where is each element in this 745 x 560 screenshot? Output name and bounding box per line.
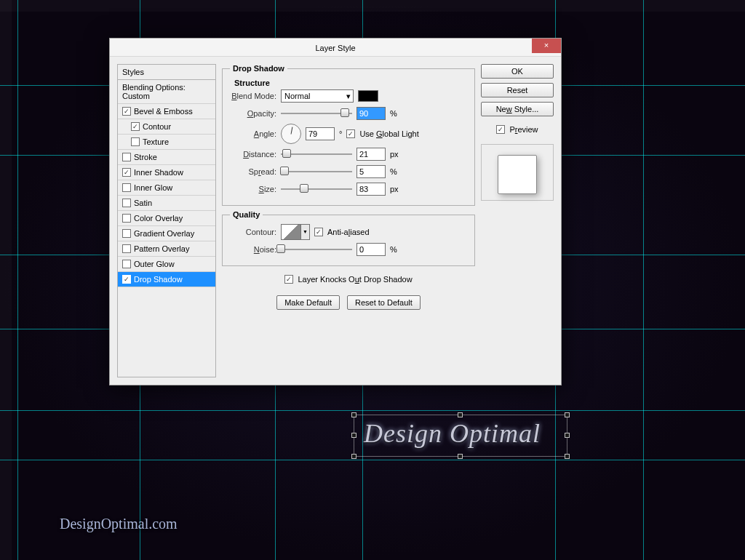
style-item-checkbox[interactable] — [122, 260, 131, 268]
transform-handle[interactable] — [351, 433, 356, 438]
style-item-outer-glow[interactable]: Outer Glow — [118, 257, 215, 272]
style-item-pattern-overlay[interactable]: Pattern Overlay — [118, 241, 215, 257]
transform-bounds[interactable] — [354, 415, 567, 457]
style-item-checkbox[interactable] — [122, 199, 131, 207]
style-item-gradient-overlay[interactable]: Gradient Overlay — [118, 226, 215, 241]
preview-swatch — [498, 155, 537, 194]
style-item-label: Inner Shadow — [134, 168, 183, 177]
reset-button[interactable]: Reset — [481, 83, 554, 97]
global-light-label: Use Global Light — [359, 129, 418, 138]
transform-handle[interactable] — [351, 454, 356, 459]
chevron-down-icon: ▼ — [301, 224, 310, 240]
style-item-checkbox[interactable] — [122, 229, 131, 238]
style-item-label: Outer Glow — [134, 260, 175, 268]
size-label: Size: — [230, 185, 276, 193]
layer-knocks-out-checkbox[interactable] — [284, 275, 293, 284]
style-item-checkbox[interactable] — [122, 153, 131, 161]
angle-unit: ° — [339, 129, 342, 138]
opacity-input[interactable]: 90 — [356, 107, 386, 120]
style-item-label: Bevel & Emboss — [134, 107, 193, 116]
transform-handle[interactable] — [565, 454, 570, 459]
anti-aliased-label: Anti-aliased — [327, 228, 370, 236]
guide-line[interactable] — [0, 460, 745, 460]
guide-line[interactable] — [0, 410, 745, 411]
spread-slider[interactable] — [281, 167, 352, 177]
settings-panel: Drop Shadow Structure Blend Mode: Normal… — [222, 64, 475, 377]
transform-handle[interactable] — [458, 412, 463, 417]
angle-input[interactable]: 79 — [306, 127, 335, 140]
style-item-stroke[interactable]: Stroke — [118, 150, 215, 165]
anti-aliased-checkbox[interactable] — [314, 228, 323, 236]
layer-knocks-out-label: Layer Knocks Out Drop Shadow — [298, 275, 412, 284]
blend-mode-dropdown[interactable]: Normal — [281, 89, 354, 103]
style-item-contour[interactable]: Contour — [118, 119, 215, 135]
spread-input[interactable]: 5 — [356, 165, 386, 178]
style-item-checkbox[interactable] — [131, 122, 140, 131]
transform-handle[interactable] — [351, 412, 356, 417]
style-item-checkbox[interactable] — [122, 183, 131, 192]
spread-label: Spread: — [230, 167, 276, 176]
drop-shadow-group: Drop Shadow Structure Blend Mode: Normal… — [222, 64, 475, 206]
transform-handle[interactable] — [565, 433, 570, 438]
distance-input[interactable]: 21 — [356, 148, 386, 161]
style-item-checkbox[interactable] — [122, 168, 131, 177]
style-item-checkbox[interactable] — [122, 275, 131, 284]
size-slider[interactable] — [281, 184, 352, 194]
styles-header[interactable]: Styles — [118, 65, 215, 80]
ok-button[interactable]: OK — [481, 64, 554, 79]
transform-handle[interactable] — [565, 412, 570, 417]
shadow-color-swatch[interactable] — [358, 90, 378, 102]
style-item-checkbox[interactable] — [122, 214, 131, 223]
preview-checkbox[interactable] — [496, 125, 505, 134]
style-item-inner-glow[interactable]: Inner Glow — [118, 180, 215, 196]
styles-list-panel: Styles Blending Options: Custom Bevel & … — [117, 64, 216, 377]
quality-group: Quality Contour: ▼ Anti-aliased Noise: 0… — [222, 210, 475, 266]
distance-slider[interactable] — [281, 149, 352, 159]
style-item-inner-shadow[interactable]: Inner Shadow — [118, 165, 215, 180]
style-item-label: Contour — [143, 122, 171, 131]
style-item-color-overlay[interactable]: Color Overlay — [118, 211, 215, 226]
distance-unit: px — [390, 150, 399, 159]
guide-line[interactable] — [17, 0, 18, 560]
style-item-checkbox[interactable] — [122, 107, 131, 116]
size-input[interactable]: 83 — [356, 183, 386, 196]
titlebar[interactable]: Layer Style × — [110, 39, 561, 57]
contour-label: Contour: — [230, 228, 276, 236]
make-default-button[interactable]: Make Default — [276, 295, 340, 310]
structure-legend: Structure — [230, 77, 467, 87]
style-item-label: Gradient Overlay — [134, 229, 194, 238]
opacity-slider[interactable] — [281, 108, 352, 119]
noise-slider[interactable] — [281, 244, 352, 255]
style-item-texture[interactable]: Texture — [118, 135, 215, 150]
style-item-checkbox[interactable] — [122, 244, 131, 253]
style-item-checkbox[interactable] — [131, 137, 140, 146]
style-item-label: Satin — [134, 199, 152, 207]
transform-handle[interactable] — [458, 454, 463, 459]
opacity-unit: % — [390, 109, 397, 118]
close-icon: × — [544, 41, 549, 49]
angle-label: Angle: — [230, 129, 276, 138]
style-item-label: Pattern Overlay — [134, 244, 189, 253]
angle-dial[interactable] — [281, 124, 301, 144]
section-title: Drop Shadow — [230, 64, 287, 73]
noise-input[interactable]: 0 — [356, 243, 386, 256]
global-light-checkbox[interactable] — [346, 129, 355, 138]
blend-mode-label: Blend Mode: — [230, 92, 276, 100]
watermark-text: DesignOptimal.com — [60, 516, 178, 532]
style-item-satin[interactable]: Satin — [118, 196, 215, 211]
layer-style-dialog: Layer Style × Styles Blending Options: C… — [109, 38, 562, 385]
style-item-bevel-emboss[interactable]: Bevel & Emboss — [118, 104, 215, 119]
spread-unit: % — [390, 167, 397, 176]
contour-picker[interactable]: ▼ — [281, 224, 310, 240]
noise-label: Noise: — [230, 245, 276, 254]
style-item-label: Drop Shadow — [134, 275, 183, 284]
blending-options-item[interactable]: Blending Options: Custom — [118, 80, 215, 104]
reset-to-default-button[interactable]: Reset to Default — [347, 295, 421, 310]
style-item-label: Texture — [143, 137, 169, 146]
style-item-drop-shadow[interactable]: Drop Shadow — [118, 272, 215, 287]
guide-line[interactable] — [643, 0, 644, 560]
preview-label: Preview — [509, 125, 538, 134]
close-button[interactable]: × — [532, 39, 561, 53]
new-style-button[interactable]: New Style... — [481, 102, 554, 116]
preview-container — [481, 144, 554, 201]
